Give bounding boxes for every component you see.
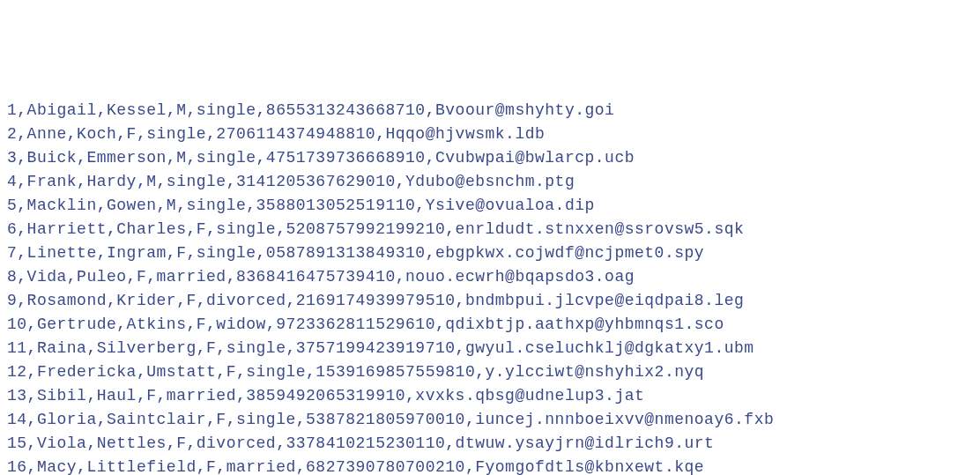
csv-row: 10,Gertrude,Atkins,F,widow,9723362811529… bbox=[7, 313, 973, 337]
csv-row: 9,Rosamond,Krider,F,divorced,21691749399… bbox=[7, 289, 973, 313]
csv-row: 14,Gloria,Saintclair,F,single,5387821805… bbox=[7, 408, 973, 432]
csv-row: 4,Frank,Hardy,M,single,3141205367629010,… bbox=[7, 170, 973, 194]
csv-row: 6,Harriett,Charles,F,single,520875799219… bbox=[7, 218, 973, 241]
csv-row: 2,Anne,Koch,F,single,2706114374948810,Hq… bbox=[7, 122, 973, 146]
csv-row: 8,Vida,Puleo,F,married,8368416475739410,… bbox=[7, 265, 973, 289]
csv-row: 16,Macy,Littlefield,F,married,6827390780… bbox=[7, 456, 973, 475]
csv-row: 13,Sibil,Haul,F,married,3859492065319910… bbox=[7, 384, 973, 408]
csv-row: 12,Fredericka,Umstatt,F,single,153916985… bbox=[7, 360, 973, 384]
csv-row: 7,Linette,Ingram,F,single,05878913138493… bbox=[7, 241, 973, 265]
csv-row: 15,Viola,Nettles,F,divorced,337841021523… bbox=[7, 432, 973, 456]
csv-row: 3,Buick,Emmerson,M,single,47517397366689… bbox=[7, 146, 973, 170]
csv-row: 1,Abigail,Kessel,M,single,86553132436687… bbox=[7, 99, 973, 122]
csv-row: 11,Raina,Silverberg,F,single,37571994239… bbox=[7, 337, 973, 360]
csv-text-block: 1,Abigail,Kessel,M,single,86553132436687… bbox=[7, 99, 973, 475]
csv-row: 5,Macklin,Gowen,M,single,358801305251911… bbox=[7, 194, 973, 218]
